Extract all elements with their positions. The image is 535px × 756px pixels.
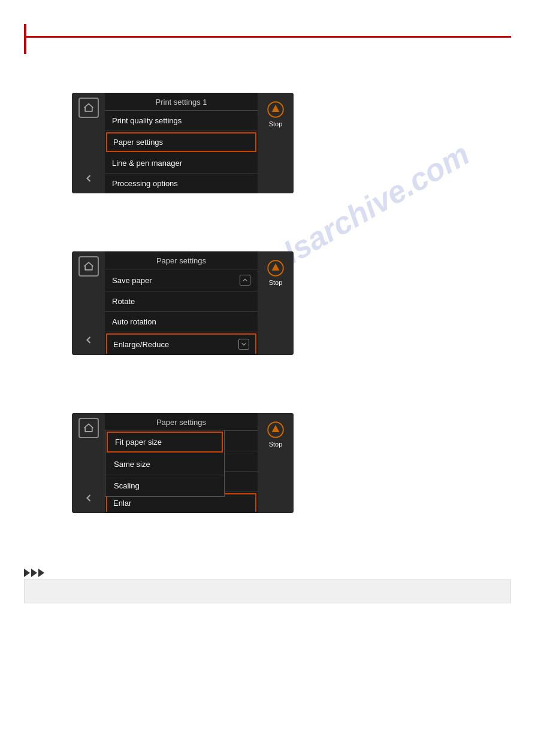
panel1-sidebar xyxy=(72,93,105,193)
menu-item-save-paper[interactable]: Save paper xyxy=(105,269,258,292)
panel2-stop-area: Stop xyxy=(258,251,294,355)
enlarge-reduce-dropdown: Fit paper size Same size Scaling xyxy=(105,430,225,497)
back-icon-2[interactable] xyxy=(78,330,99,350)
note-indicator xyxy=(24,569,511,577)
note-arrow-1 xyxy=(24,569,30,577)
panel2-title: Paper settings xyxy=(105,251,258,269)
dropdown-item-fit-paper[interactable]: Fit paper size xyxy=(107,432,223,453)
panel-paper-settings: Paper settings Save paper Rotate Auto ro… xyxy=(72,251,294,355)
note-arrows xyxy=(24,569,44,577)
panel-print-settings: Print settings 1 Print quality settings … xyxy=(72,93,294,193)
note-box xyxy=(24,569,511,603)
stop-button-1[interactable]: Stop xyxy=(266,100,285,127)
menu-item-print-quality[interactable]: Print quality settings xyxy=(105,111,258,131)
note-arrow-3 xyxy=(38,569,44,577)
home-icon-3[interactable] xyxy=(78,418,99,438)
back-icon[interactable] xyxy=(78,168,99,189)
accent-bar-vertical xyxy=(24,24,26,54)
panel3-title: Paper settings xyxy=(105,413,258,431)
menu-item-auto-rotation[interactable]: Auto rotation xyxy=(105,312,258,332)
stop-button-2[interactable]: Stop xyxy=(266,259,285,286)
menu-item-enlarge-reduce[interactable]: Enlarge/Reduce xyxy=(106,333,256,354)
menu-item-rotate[interactable]: Rotate xyxy=(105,292,258,312)
panel2-content: Paper settings Save paper Rotate Auto ro… xyxy=(105,251,258,355)
svg-marker-1 xyxy=(272,105,280,112)
note-content xyxy=(24,579,511,603)
svg-marker-5 xyxy=(272,425,280,432)
dropdown-item-same-size[interactable]: Same size xyxy=(105,454,224,475)
menu-item-line-pen[interactable]: Line & pen manager xyxy=(105,153,258,174)
panel3-sidebar xyxy=(72,413,105,513)
back-icon-3[interactable] xyxy=(78,488,99,508)
svg-marker-3 xyxy=(272,263,280,271)
panel3-stop-area: Stop xyxy=(258,413,294,513)
menu-item-processing[interactable]: Processing options xyxy=(105,174,258,193)
stop-button-3[interactable]: Stop xyxy=(266,420,285,448)
accent-bar-horizontal xyxy=(24,36,511,38)
home-icon[interactable] xyxy=(78,98,99,118)
panel1-content: Print settings 1 Print quality settings … xyxy=(105,93,258,193)
panel2-sidebar xyxy=(72,251,105,355)
panel1-stop-area: Stop xyxy=(258,93,294,193)
home-icon-2[interactable] xyxy=(78,256,99,277)
menu-item-paper-settings[interactable]: Paper settings xyxy=(106,132,256,152)
panel1-title: Print settings 1 xyxy=(105,93,258,111)
note-arrow-2 xyxy=(31,569,37,577)
dropdown-item-scaling[interactable]: Scaling xyxy=(105,475,224,496)
chevron-up-icon xyxy=(240,275,250,286)
chevron-down-icon xyxy=(238,339,249,350)
